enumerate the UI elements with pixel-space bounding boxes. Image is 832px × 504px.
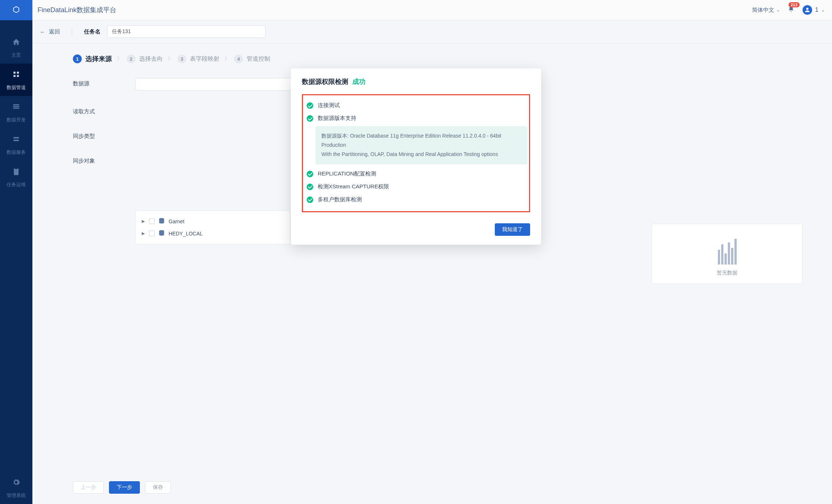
check-item: 数据源版本支持	[304, 112, 528, 125]
check-item: 检测XStream CAPTURE权限	[304, 180, 528, 193]
check-item: 多租户数据库检测	[304, 193, 528, 206]
check-item: 连接测试	[304, 99, 528, 112]
modal-status: 成功	[352, 78, 366, 85]
modal-title: 数据源权限检测 成功	[302, 77, 530, 86]
check-circle-icon	[307, 102, 313, 109]
check-item: REPLICATION配置检测	[304, 167, 528, 180]
ok-button[interactable]: 我知道了	[495, 223, 530, 236]
permission-check-modal: 数据源权限检测 成功 连接测试 数据源版本支持 数据源版本: Oracle Da…	[291, 68, 541, 245]
check-circle-icon	[307, 115, 313, 122]
version-line: With the Partitioning, OLAP, Data Mining…	[321, 150, 522, 159]
check-text: 多租户数据库检测	[318, 196, 362, 203]
check-text: REPLICATION配置检测	[318, 170, 376, 177]
check-circle-icon	[307, 196, 313, 203]
modal-title-text: 数据源权限检测	[302, 78, 348, 85]
check-text: 检测XStream CAPTURE权限	[318, 183, 389, 190]
check-circle-icon	[307, 171, 313, 177]
version-info: 数据源版本: Oracle Database 11g Enterprise Ed…	[315, 126, 528, 164]
version-line: 数据源版本: Oracle Database 11g Enterprise Ed…	[321, 131, 522, 150]
check-text: 数据源版本支持	[318, 115, 356, 122]
check-text: 连接测试	[318, 102, 340, 109]
modal-backdrop: 数据源权限检测 成功 连接测试 数据源版本支持 数据源版本: Oracle Da…	[0, 0, 832, 504]
check-list-highlight: 连接测试 数据源版本支持 数据源版本: Oracle Database 11g …	[302, 94, 530, 212]
check-circle-icon	[307, 184, 313, 190]
